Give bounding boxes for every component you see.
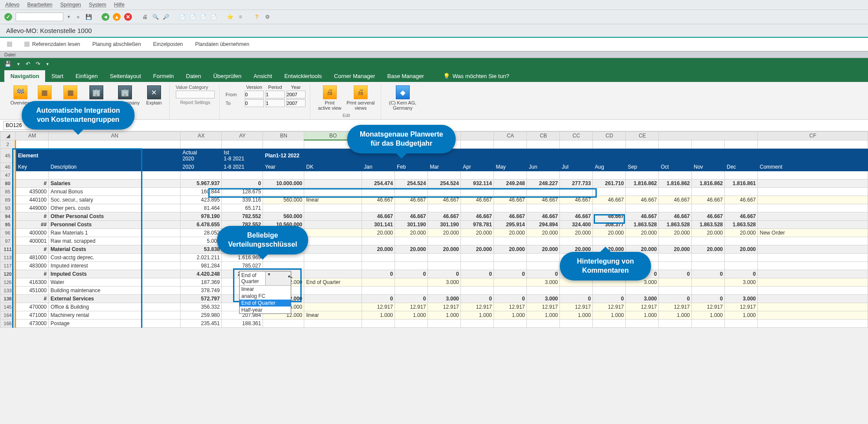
cell-month[interactable]: 301.141: [362, 220, 395, 228]
dd-opt-analog[interactable]: analog FC: [240, 293, 291, 300]
cell-month[interactable]: 1.000: [461, 311, 494, 319]
cell-month[interactable]: [527, 171, 560, 179]
tab-seitenlayout[interactable]: Seitenlayout: [104, 70, 147, 82]
cell-key[interactable]: 416300: [16, 278, 49, 286]
cell-key[interactable]: #: [16, 245, 49, 253]
cell-dk[interactable]: [304, 270, 362, 278]
cell-month[interactable]: [626, 187, 659, 196]
cell-ist[interactable]: 188.361: [222, 319, 263, 327]
find-icon[interactable]: 🔍: [152, 13, 159, 21]
qa-dd-icon[interactable]: ▼: [16, 62, 20, 66]
cell-month[interactable]: 0: [659, 294, 692, 303]
cell-month[interactable]: 254.524: [428, 179, 461, 187]
cell-key[interactable]: 440100: [16, 196, 49, 204]
cell-actual[interactable]: [181, 171, 222, 179]
cell-month[interactable]: [659, 253, 692, 261]
cell-month[interactable]: 12.917: [494, 303, 527, 311]
cell-key[interactable]: 473000: [16, 319, 49, 327]
cell-month[interactable]: [428, 286, 461, 294]
cell-month[interactable]: 20.000: [659, 245, 692, 253]
findnext-icon[interactable]: 🔎: [162, 13, 169, 21]
tab-daten[interactable]: Daten: [180, 70, 207, 82]
cell-month[interactable]: [725, 237, 758, 245]
cell-actual[interactable]: 5.967.937: [181, 179, 222, 187]
cell-year[interactable]: 560.000: [263, 212, 304, 220]
cell-month[interactable]: [725, 140, 758, 148]
cell-month[interactable]: 12.917: [725, 303, 758, 311]
cell-month[interactable]: [560, 187, 593, 196]
cell-key[interactable]: #: [16, 294, 49, 303]
cell-month[interactable]: [362, 286, 395, 294]
cell-month[interactable]: 1.863.528: [659, 220, 692, 228]
to-version[interactable]: [245, 99, 264, 107]
cell-month[interactable]: 301.190: [428, 220, 461, 228]
cell-dk[interactable]: [304, 179, 362, 187]
cell-key[interactable]: 449000: [16, 204, 49, 212]
cell-desc[interactable]: Raw Materials 1: [49, 228, 181, 237]
cell-desc[interactable]: Postage: [49, 319, 181, 327]
cell-ist[interactable]: 128.675: [222, 187, 263, 196]
cell-month[interactable]: [692, 253, 725, 261]
col-CA[interactable]: CA: [494, 132, 527, 140]
cell-month[interactable]: 46.667: [395, 196, 428, 204]
cell-month[interactable]: [593, 171, 626, 179]
cell-actual[interactable]: 378.749: [181, 286, 222, 294]
cell-month[interactable]: 1.000: [692, 311, 725, 319]
cell-month[interactable]: 12.917: [527, 303, 560, 311]
cell-year[interactable]: [263, 187, 304, 196]
cell-month[interactable]: 261.710: [593, 179, 626, 187]
cell-key[interactable]: 471000: [16, 311, 49, 319]
action-refdata[interactable]: Referenzdaten lesen: [24, 41, 80, 47]
cell-month[interactable]: 46.667: [626, 196, 659, 204]
cell-desc[interactable]: Building maintenance: [49, 286, 181, 294]
cell-month[interactable]: 1.000: [395, 311, 428, 319]
from-year[interactable]: [286, 91, 306, 98]
cell-comment[interactable]: [758, 245, 868, 253]
cell-month[interactable]: 0: [428, 270, 461, 278]
cell-comment[interactable]: [758, 237, 868, 245]
col-AX[interactable]: AX: [181, 132, 222, 140]
cell-month[interactable]: [593, 140, 626, 148]
cell-month[interactable]: [362, 187, 395, 196]
cell-year[interactable]: [263, 261, 304, 270]
cell-month[interactable]: 12.917: [461, 303, 494, 311]
cell-ist[interactable]: 1.616.969: [222, 253, 263, 261]
cell-month[interactable]: 0: [725, 270, 758, 278]
cell-month[interactable]: 0: [593, 294, 626, 303]
menu-allevo[interactable]: Allevo: [5, 2, 20, 8]
cell-desc[interactable]: Other pers. costs: [49, 204, 181, 212]
cell-month[interactable]: 3.000: [725, 294, 758, 303]
tab-ueberpruefen[interactable]: Überprüfen: [207, 70, 247, 82]
cell-dk[interactable]: [304, 220, 362, 228]
cell-dk[interactable]: [304, 303, 362, 311]
cell-month[interactable]: 249.248: [494, 179, 527, 187]
cell-month[interactable]: 1.863.528: [692, 220, 725, 228]
cell-key[interactable]: 400001: [16, 237, 49, 245]
cell-month[interactable]: 46.667: [659, 212, 692, 220]
cell-ist[interactable]: 339.116: [222, 196, 263, 204]
cell-month[interactable]: 46.667: [593, 196, 626, 204]
cell-actual[interactable]: 53.838: [181, 245, 222, 253]
cell-month[interactable]: 20.000: [395, 245, 428, 253]
cell-ist[interactable]: [222, 140, 263, 148]
cell-month[interactable]: [362, 278, 395, 286]
cell-month[interactable]: [659, 319, 692, 327]
cell-month[interactable]: [593, 286, 626, 294]
cell-key[interactable]: #: [16, 270, 49, 278]
cell-month[interactable]: 248.227: [527, 179, 560, 187]
cell-desc[interactable]: Cost-acctg deprec.: [49, 253, 181, 261]
cell-dk[interactable]: [304, 286, 362, 294]
tab-ansicht[interactable]: Ansicht: [247, 70, 278, 82]
cell-comment[interactable]: [758, 286, 868, 294]
cell-month[interactable]: [461, 187, 494, 196]
menu-system[interactable]: System: [89, 2, 106, 8]
cell-month[interactable]: [362, 237, 395, 245]
cell-month[interactable]: [659, 171, 692, 179]
cell-ist[interactable]: 0: [222, 179, 263, 187]
cell-desc[interactable]: Soc. secur., salary: [49, 196, 181, 204]
cell-month[interactable]: [395, 261, 428, 270]
cell-month[interactable]: 1.816.862: [692, 179, 725, 187]
undo-icon[interactable]: ↶: [26, 61, 30, 67]
cell-month[interactable]: [461, 171, 494, 179]
save-icon[interactable]: 💾: [4, 61, 11, 67]
